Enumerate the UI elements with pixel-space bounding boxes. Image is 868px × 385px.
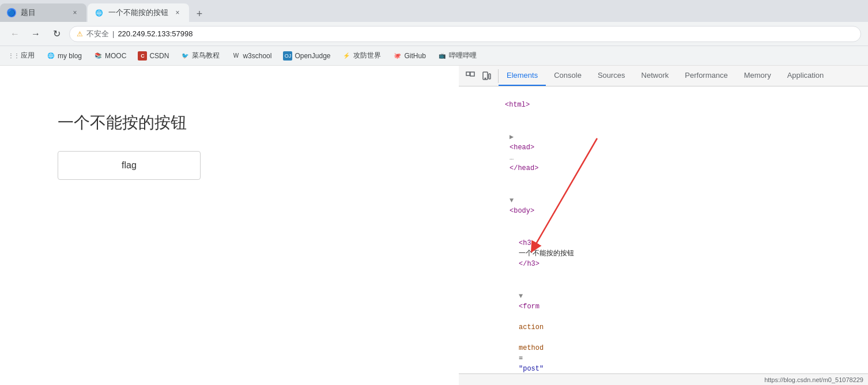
tab-performance[interactable]: Performance (677, 66, 735, 86)
tab-elements[interactable]: Elements (499, 66, 546, 86)
bookmark-bilibili[interactable]: 📺 哔哩哔哩 (433, 48, 481, 63)
cainiao-icon: 🐦 (180, 51, 190, 61)
bookmark-w3school[interactable]: W w3school (227, 49, 276, 63)
tab-sources[interactable]: Sources (590, 66, 633, 86)
gongfang-icon: ⚡ (342, 51, 351, 61)
address-bar: ← → ↻ ⚠ 不安全 | 220.249.52.133:57998 (0, 22, 868, 46)
bookmark-cainiao-label: 菜鸟教程 (192, 51, 220, 61)
bookmark-apps[interactable]: ⋮⋮ 应用 (5, 48, 39, 63)
bookmark-gongfang[interactable]: ⚡ 攻防世界 (337, 48, 386, 63)
tab-application[interactable]: Application (779, 66, 832, 86)
bookmark-openjudge[interactable]: OJ OpenJudge (278, 49, 335, 63)
tab-console[interactable]: Console (546, 66, 590, 86)
bookmark-csdn-label: CSDN (149, 52, 169, 60)
devtools-panel: Elements Console Sources Network Perform… (459, 66, 868, 385)
devtools-elements-content: <html> ▶ <head> … </head> ▼ <body> <h3> (459, 86, 868, 373)
bookmark-mooc[interactable]: 📚 MOOC (89, 49, 131, 63)
devtools-toolbar: Elements Console Sources Network Perform… (459, 66, 868, 86)
bookmark-cainiao[interactable]: 🐦 菜鸟教程 (176, 48, 224, 63)
url-separator: | (112, 29, 114, 38)
bookmark-github[interactable]: 🐙 GitHub (388, 49, 430, 63)
flag-button: flag (58, 151, 201, 180)
forward-button[interactable]: → (28, 26, 44, 42)
bookmark-w3school-label: w3school (243, 52, 271, 60)
bookmark-bilibili-label: 哔哩哔哩 (449, 51, 477, 61)
tab-2-title: 一个不能按的按钮 (108, 7, 168, 18)
svg-rect-0 (466, 72, 470, 76)
svg-rect-2 (489, 74, 490, 79)
tab-1-close[interactable]: × (70, 8, 80, 17)
tab-1-title: 题目 (21, 7, 66, 18)
url-bar[interactable]: ⚠ 不安全 | 220.249.52.133:57998 (69, 26, 861, 42)
reload-button[interactable]: ↻ (48, 26, 65, 42)
bilibili-icon: 📺 (437, 51, 447, 61)
tab-1[interactable]: 🔵 题目 × (0, 3, 86, 22)
page-content: 一个不能按的按钮 flag (0, 66, 459, 385)
bookmark-myblog-label: my blog (58, 52, 82, 60)
tab-2[interactable]: 🌐 一个不能按的按钮 × (88, 3, 189, 22)
status-url: https://blog.csdn.net/m0_51078229 (764, 376, 863, 383)
tab-bar: 🔵 题目 × 🌐 一个不能按的按钮 × + (0, 0, 868, 22)
code-line-html[interactable]: <html> (459, 89, 868, 121)
device-toolbar-button[interactable] (480, 69, 493, 83)
bookmark-csdn[interactable]: C CSDN (133, 49, 173, 63)
url-address: 220.249.52.133:57998 (118, 29, 193, 38)
w3school-icon: W (231, 51, 240, 61)
bookmarks-bar: ⋮⋮ 应用 🌐 my blog 📚 MOOC C CSDN 🐦 菜鸟教程 W w… (0, 46, 868, 66)
tab-network[interactable]: Network (633, 66, 677, 86)
bookmark-apps-label: 应用 (21, 51, 35, 61)
tab-1-favicon: 🔵 (7, 8, 16, 17)
url-security-label: 不安全 (86, 29, 109, 39)
bookmark-myblog[interactable]: 🌐 my blog (41, 49, 86, 63)
github-icon: 🐙 (393, 51, 402, 61)
tab-memory[interactable]: Memory (736, 66, 779, 86)
code-line-body-open[interactable]: ▼ <body> (459, 184, 868, 227)
bookmark-mooc-label: MOOC (105, 52, 126, 60)
back-button[interactable]: ← (7, 26, 23, 42)
bookmark-openjudge-label: OpenJudge (295, 52, 330, 60)
code-line-head[interactable]: ▶ <head> … </head> (459, 121, 868, 184)
code-line-form[interactable]: ▼ <form action method = "post" > (459, 280, 868, 373)
svg-point-3 (485, 78, 486, 79)
security-icon: ⚠ (77, 30, 83, 38)
devtools-tabs: Elements Console Sources Network Perform… (499, 66, 832, 86)
code-line-h3[interactable]: <h3> 一个不能按的按钮 </h3> (459, 227, 868, 280)
devtools-icon-group (459, 69, 499, 83)
new-tab-button[interactable]: + (191, 6, 207, 22)
main-area: 一个不能按的按钮 flag (0, 66, 868, 385)
bookmark-gongfang-label: 攻防世界 (353, 51, 381, 61)
page-heading: 一个不能按的按钮 (58, 112, 187, 134)
status-bar: https://blog.csdn.net/m0_51078229 (459, 373, 868, 385)
apps-icon: ⋮⋮ (9, 51, 18, 61)
browser-window: 🔵 题目 × 🌐 一个不能按的按钮 × + ← → ↻ ⚠ 不安全 | 220.… (0, 0, 868, 385)
openjudge-icon: OJ (283, 51, 292, 61)
tab-2-favicon: 🌐 (95, 8, 104, 17)
csdn-icon: C (138, 51, 147, 61)
inspect-element-button[interactable] (463, 69, 477, 83)
myblog-icon: 🌐 (46, 51, 55, 61)
bookmark-github-label: GitHub (404, 52, 425, 60)
mooc-icon: 📚 (93, 51, 103, 61)
tab-2-close[interactable]: × (173, 8, 182, 17)
